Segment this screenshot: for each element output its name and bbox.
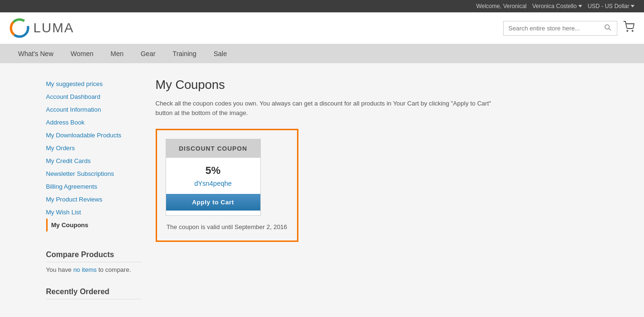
nav-gear[interactable]: Gear: [132, 44, 164, 63]
sidebar-link-suggested-prices[interactable]: My suggested prices: [46, 77, 141, 90]
sidebar-link-newsletter[interactable]: Newsletter Subscriptions: [46, 167, 141, 180]
coupon-code: dYsn4peqhe: [166, 180, 260, 194]
recently-ordered-section: Recently Ordered: [46, 288, 141, 299]
page-title: My Coupons: [156, 77, 598, 92]
cart-icon[interactable]: [623, 21, 634, 35]
compare-no-items-link[interactable]: no items: [73, 266, 99, 273]
svg-point-5: [627, 30, 628, 31]
top-bar: Welcome, Veronical Veronica Costello USD…: [0, 0, 644, 12]
search-icon: [604, 24, 611, 31]
logo-icon: [10, 18, 30, 38]
search-box[interactable]: [503, 21, 617, 36]
sidebar-link-address-book[interactable]: Address Book: [46, 116, 141, 129]
logo-text: LUMA: [33, 20, 74, 36]
apply-to-cart-button[interactable]: Apply to Cart: [166, 194, 260, 211]
compare-text-before: You have: [46, 266, 72, 273]
logo[interactable]: LUMA: [10, 18, 74, 38]
header-right: [503, 21, 634, 36]
main-nav: What's New Women Men Gear Training Sale: [0, 44, 644, 63]
search-input[interactable]: [508, 25, 604, 32]
coupon-header: DISCOUNT COUPON: [166, 139, 260, 158]
coupon-validity: The coupon is valid until September 2, 2…: [166, 222, 288, 232]
nav-whats-new[interactable]: What's New: [10, 44, 62, 63]
sidebar-item-account-dashboard: Account Dashboard: [46, 90, 141, 103]
sidebar-link-billing[interactable]: Billing Agreements: [46, 180, 141, 193]
sidebar-item-orders: My Orders: [46, 142, 141, 154]
coupon-card: DISCOUNT COUPON 5% dYsn4peqhe Apply to C…: [166, 139, 261, 216]
currency-label[interactable]: USD - US Dollar: [588, 3, 629, 10]
sidebar-item-newsletter: Newsletter Subscriptions: [46, 167, 141, 180]
nav-sale[interactable]: Sale: [205, 44, 236, 63]
nav-training[interactable]: Training: [164, 44, 205, 63]
sidebar-menu: My suggested prices Account Dashboard Ac…: [46, 77, 141, 231]
chevron-down-icon: [631, 4, 634, 8]
svg-line-4: [609, 29, 611, 30]
sidebar-item-account-info: Account Information: [46, 103, 141, 116]
search-button[interactable]: [604, 24, 612, 32]
sidebar-link-credit-cards[interactable]: My Credit Cards: [46, 154, 141, 167]
user-dropdown[interactable]: Veronica Costello: [532, 3, 582, 10]
sidebar-item-downloadable-products: My Downloadable Products: [46, 129, 141, 142]
sidebar-link-account-info[interactable]: Account Information: [46, 103, 141, 116]
sidebar-item-product-reviews: My Product Reviews: [46, 193, 141, 206]
welcome-text: Welcome, Veronical: [476, 3, 526, 10]
sidebar-link-wish-list[interactable]: My Wish List: [46, 206, 141, 219]
compare-section: Compare Products You have no items to co…: [46, 250, 141, 273]
sidebar-link-account-dashboard[interactable]: Account Dashboard: [46, 90, 141, 103]
coupon-container: DISCOUNT COUPON 5% dYsn4peqhe Apply to C…: [156, 129, 298, 242]
sidebar-item-suggested-prices: My suggested prices: [46, 77, 141, 90]
compare-text-after: to compare.: [99, 266, 131, 273]
svg-point-3: [605, 25, 609, 29]
compare-text: You have no items to compare.: [46, 266, 141, 273]
sidebar-item-billing: Billing Agreements: [46, 180, 141, 193]
sidebar-item-wish-list: My Wish List: [46, 206, 141, 219]
page-description: Check all the coupon codes you own. You …: [156, 99, 498, 117]
main-content: My suggested prices Account Dashboard Ac…: [37, 77, 608, 299]
chevron-down-icon: [578, 4, 582, 8]
nav-men[interactable]: Men: [102, 44, 132, 63]
sidebar-link-orders[interactable]: My Orders: [46, 142, 141, 154]
svg-point-6: [632, 30, 633, 31]
sidebar-link-coupons[interactable]: My Coupons: [51, 219, 141, 231]
username-link[interactable]: Veronica Costello: [532, 3, 576, 10]
sidebar-link-product-reviews[interactable]: My Product Reviews: [46, 193, 141, 206]
sidebar-item-coupons: My Coupons: [46, 219, 141, 231]
sidebar: My suggested prices Account Dashboard Ac…: [46, 77, 141, 299]
page-content: My Coupons Check all the coupon codes yo…: [156, 77, 598, 242]
header: LUMA: [0, 12, 644, 44]
sidebar-link-downloadable-products[interactable]: My Downloadable Products: [46, 129, 141, 142]
recently-ordered-title: Recently Ordered: [46, 288, 141, 299]
coupon-percent: 5%: [166, 158, 260, 180]
sidebar-item-credit-cards: My Credit Cards: [46, 154, 141, 167]
currency-dropdown[interactable]: USD - US Dollar: [588, 3, 634, 10]
nav-women[interactable]: Women: [62, 44, 102, 63]
sidebar-item-address-book: Address Book: [46, 116, 141, 129]
compare-title: Compare Products: [46, 250, 141, 262]
cart-svg: [623, 21, 634, 32]
